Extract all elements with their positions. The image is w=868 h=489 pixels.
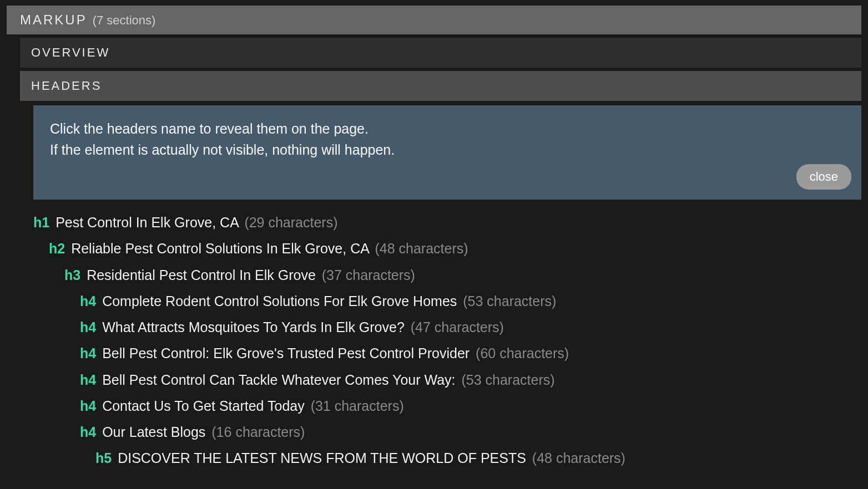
info-text-line1: Click the headers name to reveal them on…: [50, 119, 845, 140]
header-level-tag: h4: [80, 345, 96, 361]
header-text-link[interactable]: What Attracts Mosquitoes To Yards In Elk…: [98, 319, 408, 335]
header-text-link[interactable]: Our Latest Blogs: [98, 424, 209, 440]
overview-section-bar[interactable]: OVERVIEW: [20, 38, 861, 68]
markup-title: MARKUP: [20, 12, 87, 28]
header-row: h4 Contact Us To Get Started Today (31 c…: [33, 393, 861, 419]
header-row: h1 Pest Control In Elk Grove, CA (29 cha…: [33, 210, 861, 236]
header-text-link[interactable]: Bell Pest Control: Elk Grove's Trusted P…: [98, 345, 473, 361]
headers-info-box: Click the headers name to reveal them on…: [33, 105, 861, 200]
header-text-link[interactable]: Contact Us To Get Started Today: [98, 398, 308, 414]
header-level-tag: h3: [64, 267, 80, 283]
headers-list: h1 Pest Control In Elk Grove, CA (29 cha…: [33, 210, 861, 472]
header-char-count: (48 characters): [532, 450, 625, 466]
header-char-count: (16 characters): [211, 424, 305, 440]
header-row: h4 Bell Pest Control: Elk Grove's Truste…: [33, 340, 861, 366]
header-row: h4 Our Latest Blogs (16 characters): [33, 419, 861, 445]
header-level-tag: h4: [80, 293, 96, 309]
header-level-tag: h4: [80, 372, 96, 388]
header-char-count: (53 characters): [461, 372, 554, 388]
header-row: h4 What Attracts Mosquitoes To Yards In …: [33, 314, 861, 340]
header-level-tag: h5: [95, 450, 112, 466]
header-char-count: (29 characters): [244, 215, 337, 230]
header-level-tag: h4: [80, 319, 96, 335]
header-level-tag: h1: [33, 215, 49, 230]
info-text-line2: If the element is actually not visible, …: [50, 140, 845, 161]
header-text-link[interactable]: DISCOVER THE LATEST NEWS FROM THE WORLD …: [114, 450, 530, 466]
close-button[interactable]: close: [796, 164, 851, 190]
header-row: h5 DISCOVER THE LATEST NEWS FROM THE WOR…: [33, 445, 861, 471]
header-level-tag: h4: [80, 398, 96, 414]
markup-sections-count: (7 sections): [93, 13, 156, 28]
header-text-link[interactable]: Bell Pest Control Can Tackle Whatever Co…: [98, 372, 459, 388]
header-level-tag: h4: [80, 424, 96, 440]
markup-section-bar[interactable]: MARKUP (7 sections): [7, 6, 861, 34]
header-row: h3 Residential Pest Control In Elk Grove…: [33, 262, 861, 288]
header-char-count: (60 characters): [476, 345, 569, 361]
headers-title: HEADERS: [31, 79, 102, 93]
header-char-count: (31 characters): [311, 398, 404, 414]
header-level-tag: h2: [49, 241, 65, 256]
header-char-count: (37 characters): [322, 267, 415, 283]
header-row: h4 Bell Pest Control Can Tackle Whatever…: [33, 367, 861, 393]
overview-title: OVERVIEW: [31, 45, 110, 59]
header-text-link[interactable]: Residential Pest Control In Elk Grove: [83, 267, 320, 283]
header-text-link[interactable]: Pest Control In Elk Grove, CA: [52, 215, 242, 230]
headers-section-bar[interactable]: HEADERS: [20, 71, 861, 101]
header-char-count: (48 characters): [375, 241, 468, 256]
header-char-count: (53 characters): [463, 293, 556, 309]
header-row: h2 Reliable Pest Control Solutions In El…: [33, 236, 861, 262]
header-text-link[interactable]: Reliable Pest Control Solutions In Elk G…: [67, 241, 372, 256]
header-text-link[interactable]: Complete Rodent Control Solutions For El…: [98, 293, 461, 309]
header-char-count: (47 characters): [411, 319, 504, 335]
header-row: h4 Complete Rodent Control Solutions For…: [33, 288, 861, 314]
